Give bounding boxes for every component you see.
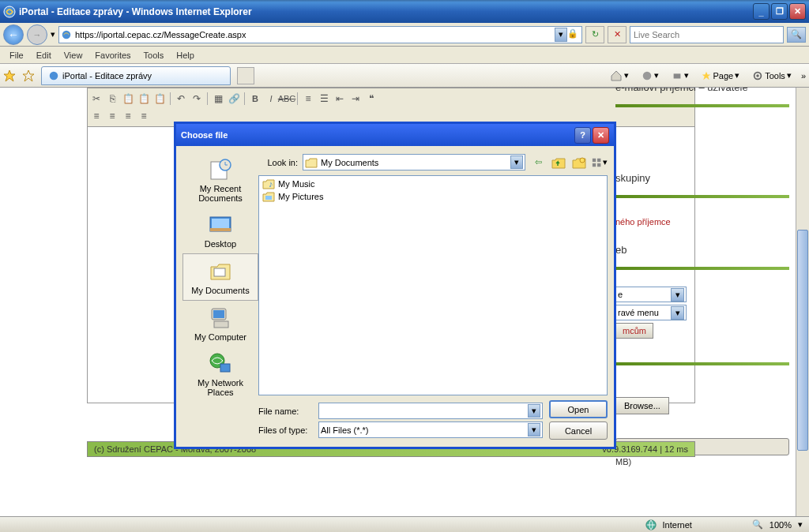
zoom-level[interactable]: 100%: [769, 520, 792, 530]
chevron-down-icon[interactable]: ▾: [528, 404, 540, 418]
menu-edit[interactable]: Edit: [30, 49, 58, 62]
list-item[interactable]: ♪ My Music: [261, 178, 605, 190]
dialog-title: Choose file: [181, 130, 228, 140]
feeds-button[interactable]: ▾: [638, 69, 662, 83]
copy-icon[interactable]: ⎘: [105, 92, 119, 106]
svg-rect-25: [597, 163, 600, 166]
redo-icon[interactable]: ↷: [190, 92, 204, 106]
menu-favorites[interactable]: Favorites: [88, 49, 137, 62]
undo-icon[interactable]: ↶: [174, 92, 188, 106]
minimize-button[interactable]: _: [753, 3, 769, 20]
svg-marker-2: [4, 70, 15, 81]
menu-tools[interactable]: Tools: [137, 49, 171, 62]
place-computer[interactable]: My Computer: [182, 301, 258, 347]
chevron-down-icon[interactable]: ▾: [798, 519, 803, 530]
up-folder-icon[interactable]: [551, 155, 566, 170]
home-button[interactable]: ▾: [607, 68, 632, 84]
svg-point-4: [50, 71, 58, 80]
link-icon[interactable]: 🔗: [227, 92, 241, 106]
place-desktop[interactable]: Desktop: [182, 208, 258, 253]
quote-icon[interactable]: ❝: [364, 92, 378, 106]
back-button[interactable]: ←: [3, 24, 24, 45]
file-list[interactable]: ♪ My Music My Pictures: [258, 175, 608, 395]
menu-file[interactable]: File: [3, 49, 30, 62]
chevron-down-icon[interactable]: ▾: [528, 423, 540, 436]
status-bar: Internet 🔍 100% ▾: [0, 516, 809, 532]
file-name-input[interactable]: ▾: [318, 403, 543, 419]
place-recent[interactable]: My Recent Documents: [182, 152, 258, 208]
new-tab-button[interactable]: [237, 67, 254, 84]
stop-button[interactable]: ✕: [608, 26, 627, 43]
vertical-scrollbar[interactable]: [796, 88, 809, 516]
add-favorites-icon[interactable]: [22, 69, 35, 82]
paste-icon[interactable]: 📋: [121, 92, 135, 106]
search-button[interactable]: 🔍: [787, 27, 806, 43]
url-input[interactable]: [72, 30, 555, 39]
list-ul-icon[interactable]: ☰: [317, 92, 331, 106]
address-bar[interactable]: ▾ 🔒: [58, 26, 582, 43]
zoom-icon[interactable]: 🔍: [752, 519, 763, 530]
open-button[interactable]: Open: [549, 400, 608, 418]
align-justify-icon[interactable]: ≡: [137, 109, 151, 123]
tab-title: iPortal - Editace zprávy: [62, 71, 152, 81]
svg-rect-20: [220, 364, 230, 372]
scroll-thumb[interactable]: [797, 230, 808, 451]
restore-button[interactable]: ❐: [771, 3, 788, 20]
file-type-select[interactable]: All Files (*.*) ▾: [318, 421, 543, 438]
browser-tab[interactable]: iPortal - Editace zprávy: [41, 66, 231, 85]
cut-icon[interactable]: ✂: [89, 92, 103, 106]
nav-toolbar: ← → ▾ ▾ 🔒 ↻ ✕ 🔍: [0, 23, 809, 47]
chevron-down-icon[interactable]: ▾: [510, 155, 523, 169]
window-title: iPortal - Editace zprávy - Windows Inter…: [19, 6, 753, 17]
search-input[interactable]: [630, 30, 783, 39]
strike-icon[interactable]: ABC: [280, 92, 294, 106]
align-right-icon[interactable]: ≡: [121, 109, 135, 123]
svg-rect-6: [674, 73, 681, 78]
menu-view[interactable]: View: [58, 49, 89, 62]
go-back-icon[interactable]: ⇦: [530, 155, 546, 170]
window-close-button[interactable]: ✕: [789, 3, 806, 20]
table-icon[interactable]: ▦: [211, 92, 225, 106]
search-box[interactable]: [630, 26, 784, 43]
align-center-icon[interactable]: ≡: [105, 109, 119, 123]
panel-heading-web: eb: [615, 242, 789, 257]
list-item[interactable]: My Pictures: [261, 190, 605, 203]
bold-icon[interactable]: B: [248, 92, 262, 106]
add-recipient-link[interactable]: ného příjemce: [615, 214, 789, 230]
recipients-button[interactable]: mcům: [615, 323, 653, 339]
address-dropdown[interactable]: ▾: [555, 28, 567, 42]
look-in-combo[interactable]: My Documents ▾: [303, 154, 525, 170]
dialog-close-button[interactable]: ✕: [593, 127, 609, 144]
select-2[interactable]: ravé menu ▾: [615, 305, 687, 320]
nav-dropdown-icon[interactable]: ▾: [51, 29, 55, 39]
dialog-help-button[interactable]: ?: [574, 127, 591, 144]
italic-icon[interactable]: I: [264, 92, 278, 106]
page-menu[interactable]: Page ▾: [698, 69, 743, 82]
place-documents[interactable]: My Documents: [182, 253, 258, 301]
chevron-icon[interactable]: »: [801, 71, 806, 81]
view-menu-icon[interactable]: ▾: [592, 155, 608, 170]
place-network[interactable]: My Network Places: [182, 347, 258, 402]
browse-button[interactable]: Browse...: [615, 397, 669, 414]
lock-icon: 🔒: [567, 28, 580, 41]
indent-icon[interactable]: ⇥: [348, 92, 363, 106]
refresh-button[interactable]: ↻: [585, 26, 604, 43]
align-left-icon[interactable]: ≡: [89, 109, 103, 123]
dialog-titlebar[interactable]: Choose file ? ✕: [176, 124, 614, 146]
print-button[interactable]: ▾: [668, 69, 692, 83]
svg-rect-23: [597, 158, 600, 161]
chevron-down-icon[interactable]: ▾: [671, 306, 684, 320]
cancel-button[interactable]: Cancel: [549, 421, 608, 440]
forward-button[interactable]: →: [27, 24, 47, 45]
list-ol-icon[interactable]: ≡: [301, 92, 315, 106]
tools-menu[interactable]: Tools ▾: [749, 69, 795, 83]
new-folder-icon[interactable]: [571, 155, 587, 170]
paste-text-icon[interactable]: 📋: [152, 92, 167, 106]
pictures-folder-icon: [262, 191, 275, 202]
chevron-down-icon[interactable]: ▾: [671, 288, 684, 302]
favorites-center-icon[interactable]: [3, 69, 16, 82]
paste-word-icon[interactable]: 📋: [137, 92, 151, 106]
outdent-icon[interactable]: ⇤: [333, 92, 347, 106]
select-1[interactable]: e ▾: [615, 287, 687, 302]
menu-help[interactable]: Help: [170, 49, 201, 62]
